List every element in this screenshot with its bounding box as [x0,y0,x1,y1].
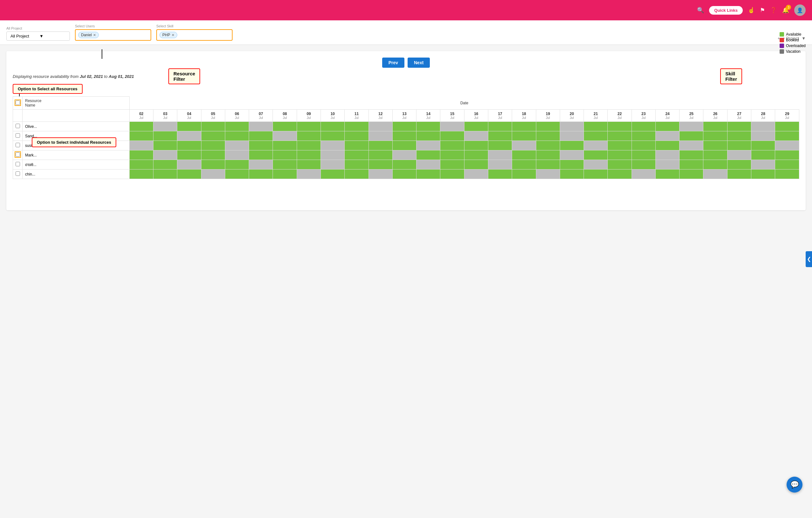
calendar-cell-4-14[interactable] [464,160,488,169]
quick-links-button[interactable]: Quick Links [709,6,743,15]
calendar-cell-0-2[interactable] [177,122,201,131]
calendar-cell-1-10[interactable] [369,131,392,141]
calendar-cell-3-11[interactable] [392,151,416,160]
calendar-cell-3-13[interactable] [440,151,464,160]
calendar-cell-2-2[interactable] [177,141,201,151]
calendar-cell-3-3[interactable] [201,151,225,160]
search-icon[interactable]: 🔍 [697,7,704,14]
calendar-cell-3-22[interactable] [656,151,679,160]
calendar-cell-5-19[interactable] [584,169,608,179]
calendar-cell-3-17[interactable] [536,151,560,160]
calendar-cell-4-13[interactable] [440,160,464,169]
avatar[interactable]: 👤 [794,4,806,16]
calendar-cell-3-19[interactable] [584,151,608,160]
calendar-cell-1-26[interactable] [751,131,775,141]
calendar-cell-0-7[interactable] [297,122,321,131]
calendar-cell-3-7[interactable] [297,151,321,160]
calendar-cell-0-15[interactable] [488,122,512,131]
calendar-cell-2-11[interactable] [392,141,416,151]
calendar-cell-3-24[interactable] [703,151,727,160]
calendar-cell-1-27[interactable] [775,131,799,141]
calendar-cell-2-13[interactable] [440,141,464,151]
calendar-cell-4-19[interactable] [584,160,608,169]
row-checkbox-1[interactable] [16,133,20,138]
calendar-cell-0-23[interactable] [679,122,703,131]
calendar-cell-4-5[interactable] [249,160,273,169]
calendar-cell-3-20[interactable] [608,151,632,160]
calendar-cell-2-8[interactable] [321,141,344,151]
calendar-cell-0-0[interactable] [129,122,153,131]
calendar-cell-0-22[interactable] [656,122,679,131]
calendar-cell-3-25[interactable] [727,151,751,160]
help-icon[interactable]: ❓ [770,7,777,14]
calendar-cell-4-12[interactable] [416,160,440,169]
calendar-cell-0-17[interactable] [536,122,560,131]
calendar-cell-2-24[interactable] [703,141,727,151]
calendar-cell-2-17[interactable] [536,141,560,151]
calendar-cell-1-17[interactable] [536,131,560,141]
calendar-cell-5-7[interactable] [297,169,321,179]
calendar-cell-4-27[interactable] [775,160,799,169]
calendar-cell-0-25[interactable] [727,122,751,131]
calendar-cell-5-18[interactable] [560,169,584,179]
calendar-cell-4-1[interactable] [153,160,177,169]
calendar-cell-2-9[interactable] [345,141,369,151]
calendar-cell-5-14[interactable] [464,169,488,179]
row-checkbox-5[interactable] [16,171,20,176]
calendar-cell-2-26[interactable] [751,141,775,151]
calendar-cell-0-18[interactable] [560,122,584,131]
calendar-cell-1-13[interactable] [440,131,464,141]
select-users-input[interactable]: Daniel ✕ [75,29,151,41]
calendar-cell-5-4[interactable] [225,169,249,179]
calendar-cell-1-3[interactable] [201,131,225,141]
calendar-cell-4-25[interactable] [727,160,751,169]
calendar-cell-5-21[interactable] [632,169,656,179]
calendar-cell-1-1[interactable] [153,131,177,141]
flag-icon[interactable]: ⚑ [760,7,765,14]
calendar-cell-5-27[interactable] [775,169,799,179]
calendar-cell-4-3[interactable] [201,160,225,169]
calendar-cell-5-0[interactable] [129,169,153,179]
calendar-cell-3-2[interactable] [177,151,201,160]
calendar-cell-1-25[interactable] [727,131,751,141]
calendar-cell-3-21[interactable] [632,151,656,160]
calendar-cell-1-22[interactable] [656,131,679,141]
calendar-cell-4-24[interactable] [703,160,727,169]
calendar-cell-2-22[interactable] [656,141,679,151]
calendar-cell-3-14[interactable] [464,151,488,160]
calendar-cell-4-11[interactable] [392,160,416,169]
calendar-cell-0-26[interactable] [751,122,775,131]
calendar-cell-4-9[interactable] [345,160,369,169]
calendar-cell-0-21[interactable] [632,122,656,131]
calendar-cell-0-1[interactable] [153,122,177,131]
calendar-cell-3-4[interactable] [225,151,249,160]
row-checkbox-4[interactable] [16,162,20,166]
calendar-cell-2-12[interactable] [416,141,440,151]
select-skill-input[interactable]: PHP ✕ [156,29,233,41]
project-dropdown[interactable]: All Project ▼ [6,31,70,41]
calendar-cell-3-15[interactable] [488,151,512,160]
calendar-cell-1-20[interactable] [608,131,632,141]
calendar-cell-0-19[interactable] [584,122,608,131]
calendar-cell-2-14[interactable] [464,141,488,151]
calendar-cell-0-27[interactable] [775,122,799,131]
next-button[interactable]: Next [408,58,430,68]
calendar-cell-4-6[interactable] [273,160,297,169]
calendar-cell-1-4[interactable] [225,131,249,141]
calendar-cell-4-4[interactable] [225,160,249,169]
calendar-cell-2-25[interactable] [727,141,751,151]
calendar-cell-3-26[interactable] [751,151,775,160]
calendar-cell-1-21[interactable] [632,131,656,141]
calendar-cell-3-27[interactable] [775,151,799,160]
calendar-cell-1-6[interactable] [273,131,297,141]
calendar-cell-4-18[interactable] [560,160,584,169]
calendar-cell-3-16[interactable] [512,151,536,160]
calendar-cell-1-8[interactable] [321,131,344,141]
calendar-cell-2-20[interactable] [608,141,632,151]
calendar-cell-0-6[interactable] [273,122,297,131]
calendar-cell-0-8[interactable] [321,122,344,131]
calendar-cell-2-5[interactable] [249,141,273,151]
calendar-cell-1-19[interactable] [584,131,608,141]
calendar-cell-5-13[interactable] [440,169,464,179]
remove-user-tag[interactable]: ✕ [93,33,96,37]
